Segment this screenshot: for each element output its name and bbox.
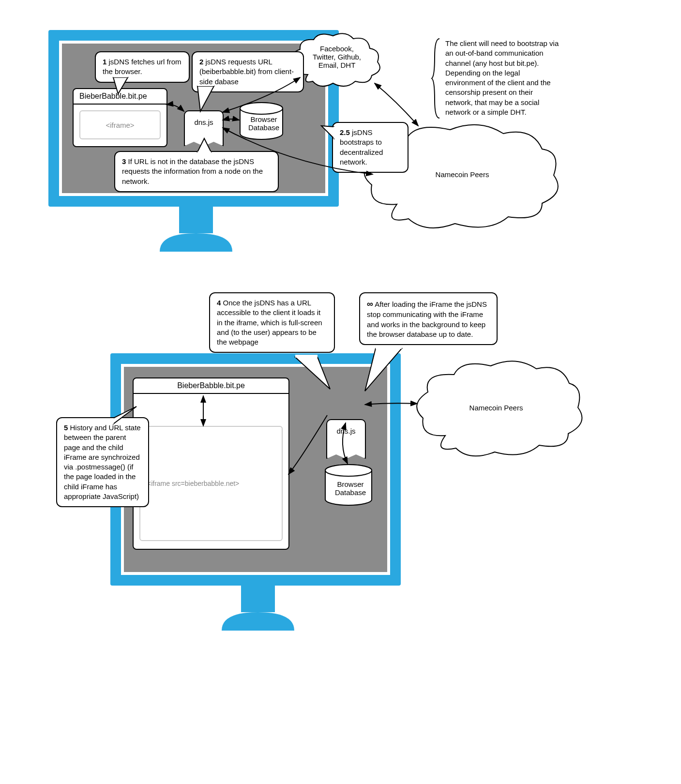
cloud-social-label: Facebook, Twitter, Github, Email, DHT <box>298 45 376 69</box>
callout-3: 3 If URL is not in the database the jsDN… <box>114 151 279 192</box>
dnsjs-node-2: dns.js <box>326 419 366 453</box>
browser-title-1: BieberBabble.bit.pe <box>74 89 166 105</box>
browser-window-1: BieberBabble.bit.pe <iframe> <box>73 88 167 147</box>
callout-2: 2 jsDNS requests URL (beiberbabble.bit) … <box>192 51 304 92</box>
callout-1: 1 jsDNS fetches url from the browser. <box>95 51 190 83</box>
callout-inf-tail <box>373 347 421 396</box>
callout-4: 4 Once the jsDNS has a URL accessible to… <box>209 292 335 353</box>
dnsjs-label-2: dns.js <box>336 427 355 435</box>
database-label-2: Browser Database <box>326 480 375 497</box>
side-note: The client will need to bootstrap via an… <box>445 39 560 117</box>
cloud-peers-label-1: Namecoin Peers <box>421 170 503 179</box>
svg-point-10 <box>325 465 372 476</box>
callout-infinity: ∞ After loading the iFrame the jsDNS sto… <box>359 292 498 345</box>
iframe-label-1: <iframe> <box>106 121 134 129</box>
iframe-label-2: <iframe src=bieberbabble.net> <box>147 480 239 487</box>
iframe-box-1: <iframe> <box>79 110 161 139</box>
browser-window-2: BieberBabble.bit.pe <iframe src=bieberba… <box>133 377 289 550</box>
database-label-1: Browser Database <box>241 115 287 132</box>
browser-title-2: BieberBabble.bit.pe <box>134 378 288 394</box>
dnsjs-node-1: dns.js <box>184 110 224 140</box>
svg-point-5 <box>240 103 283 114</box>
svg-point-11 <box>325 465 372 476</box>
iframe-box-2: <iframe src=bieberbabble.net> <box>139 426 283 541</box>
callout-2.5: 2.5 jsDNS bootstraps to decentralized ne… <box>332 122 409 173</box>
svg-rect-3 <box>179 207 213 233</box>
diagram-canvas: BieberBabble.bit.pe <iframe> dns.js Brow… <box>0 0 681 784</box>
dnsjs-label-1: dns.js <box>194 118 213 126</box>
svg-rect-9 <box>241 586 275 612</box>
side-brace <box>431 38 445 120</box>
callout-4-tail <box>295 356 334 395</box>
callout-5: 5 History and URL state between the pare… <box>56 417 149 507</box>
svg-point-4 <box>240 103 283 114</box>
cloud-peers-label-2: Namecoin Peers <box>455 404 537 412</box>
